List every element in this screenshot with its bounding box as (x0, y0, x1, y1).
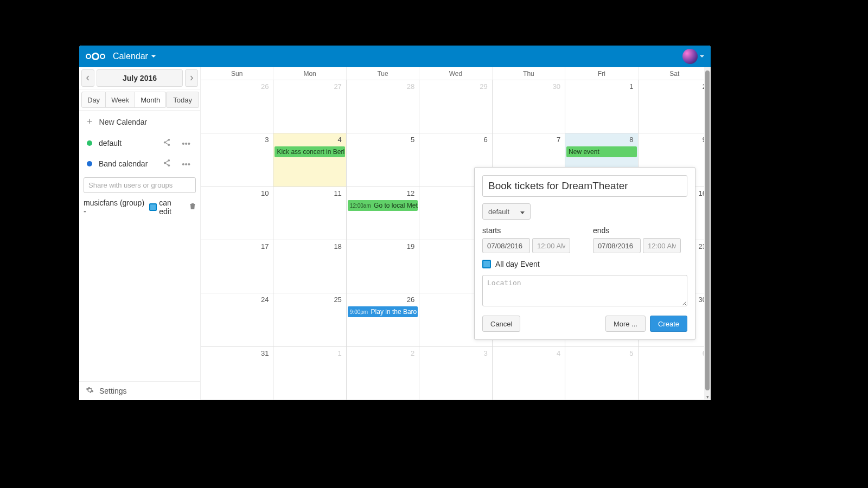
day-number: 31 (261, 349, 269, 357)
day-cell[interactable]: 6 (638, 347, 711, 400)
gear-icon (86, 386, 94, 396)
today-button[interactable]: Today (166, 92, 199, 108)
settings-label: Settings (99, 387, 127, 395)
view-day-button[interactable]: Day (81, 92, 106, 108)
avatar[interactable] (682, 49, 698, 64)
event-chip[interactable]: Kick ass concert in Berl (275, 146, 344, 157)
prev-month-button[interactable] (81, 69, 94, 87)
scrollbar[interactable]: ▾ (704, 67, 711, 400)
day-cell[interactable]: 31 (201, 347, 273, 400)
day-cell[interactable]: 2 (346, 347, 419, 400)
day-cell[interactable]: 28 (346, 80, 419, 133)
sidebar: July 2016 Day Week Month Today + New Cal… (79, 67, 201, 400)
view-week-button[interactable]: Week (106, 92, 135, 108)
day-cell[interactable]: 4Kick ass concert in Berl (273, 133, 346, 186)
day-cell[interactable]: 24 (201, 293, 273, 346)
event-time: 9:00pm (350, 309, 368, 315)
share-entry: musicfans (group) - can edit (79, 196, 200, 218)
day-cell[interactable]: 3 (201, 133, 273, 186)
scroll-thumb[interactable] (705, 70, 710, 390)
calendar-item[interactable]: default••• (79, 133, 200, 153)
day-cell[interactable]: 5 (346, 133, 419, 186)
day-cell[interactable]: 269:00pm Play in the Baro (346, 293, 419, 346)
chevron-down-icon (151, 55, 156, 57)
new-calendar-button[interactable]: + New Calendar (79, 111, 200, 133)
share-icon (163, 159, 171, 167)
event-chip[interactable]: 9:00pm Play in the Baro (348, 306, 418, 317)
event-calendar-select[interactable]: default (482, 203, 531, 220)
starts-label: starts (482, 226, 577, 235)
next-month-button[interactable] (185, 69, 198, 87)
day-cell[interactable]: 1 (565, 80, 637, 133)
day-cell[interactable]: 3 (419, 347, 492, 400)
event-title: Kick ass concert in Berl (277, 148, 344, 156)
calendar-menu-button[interactable]: ••• (180, 139, 193, 148)
day-cell[interactable]: 19 (346, 240, 419, 293)
event-chip[interactable]: New event (566, 146, 636, 157)
day-number: 6 (483, 136, 487, 144)
event-title: Play in the Baro (371, 308, 417, 316)
day-number: 25 (334, 296, 341, 304)
view-month-button[interactable]: Month (135, 92, 166, 108)
day-cell[interactable]: 27 (273, 80, 346, 133)
day-cell[interactable]: 2 (638, 80, 711, 133)
start-time-input[interactable] (532, 238, 570, 253)
start-date-input[interactable] (482, 238, 530, 253)
month-label[interactable]: July 2016 (97, 69, 183, 87)
day-cell[interactable]: 17 (201, 240, 273, 293)
end-time-input[interactable] (643, 238, 681, 253)
new-calendar-label: New Calendar (99, 118, 148, 126)
day-of-week-label: Sun (201, 67, 273, 80)
event-title-input[interactable] (482, 175, 687, 197)
day-of-week-label: Mon (273, 67, 346, 80)
datetime-row: starts ends (482, 226, 687, 253)
day-cell[interactable]: 29 (419, 80, 492, 133)
day-cell[interactable]: 11 (273, 187, 346, 240)
app-switcher[interactable]: Calendar (113, 52, 156, 61)
day-number: 10 (261, 189, 269, 197)
day-cell[interactable]: 26 (201, 80, 273, 133)
share-calendar-button[interactable] (161, 159, 173, 169)
scroll-down-icon[interactable]: ▾ (704, 394, 711, 400)
calendar-color-dot (87, 161, 92, 166)
modal-buttons: Cancel More ... Create (482, 316, 687, 332)
calendar-name: Band calendar (99, 159, 154, 168)
calendar-list: default•••Band calendar••• (79, 133, 200, 174)
day-cell[interactable]: 1 (273, 347, 346, 400)
allday-checkbox[interactable] (482, 260, 491, 268)
day-number: 26 (261, 82, 269, 91)
day-cell[interactable]: 1212:00am Go to local Met (346, 187, 419, 240)
location-input[interactable] (482, 275, 687, 306)
calendar-menu-button[interactable]: ••• (180, 159, 193, 169)
event-time: 12:00am (350, 203, 371, 209)
event-calendar-value: default (488, 208, 509, 216)
day-of-week-label: Fri (565, 67, 637, 80)
day-number: 3 (265, 136, 269, 144)
day-cell[interactable]: 4 (492, 347, 565, 400)
day-number: 4 (338, 136, 342, 144)
day-number: 12 (407, 189, 414, 197)
day-cell[interactable]: 10 (201, 187, 273, 240)
end-date-input[interactable] (593, 238, 641, 253)
day-cell[interactable]: 5 (565, 347, 637, 400)
day-cell[interactable]: 18 (273, 240, 346, 293)
view-switcher: Day Week Month Today (79, 89, 200, 111)
day-number: 30 (553, 82, 560, 91)
event-chip[interactable]: 12:00am Go to local Met (348, 200, 418, 211)
more-button[interactable]: More ... (605, 316, 646, 332)
day-of-week-label: Sat (638, 67, 711, 80)
chevron-right-icon (189, 75, 194, 81)
trash-icon[interactable] (189, 203, 196, 211)
day-number: 1 (629, 82, 633, 91)
nextcloud-logo[interactable] (86, 53, 105, 60)
settings-button[interactable]: Settings (79, 381, 200, 400)
can-edit-checkbox[interactable] (149, 203, 157, 211)
day-cell[interactable]: 25 (273, 293, 346, 346)
share-input[interactable] (84, 177, 196, 193)
share-calendar-button[interactable] (161, 138, 173, 148)
calendar-item[interactable]: Band calendar••• (79, 153, 200, 174)
cancel-button[interactable]: Cancel (482, 316, 520, 332)
create-button[interactable]: Create (650, 316, 687, 332)
day-number: 26 (407, 296, 414, 304)
day-cell[interactable]: 30 (492, 80, 565, 133)
